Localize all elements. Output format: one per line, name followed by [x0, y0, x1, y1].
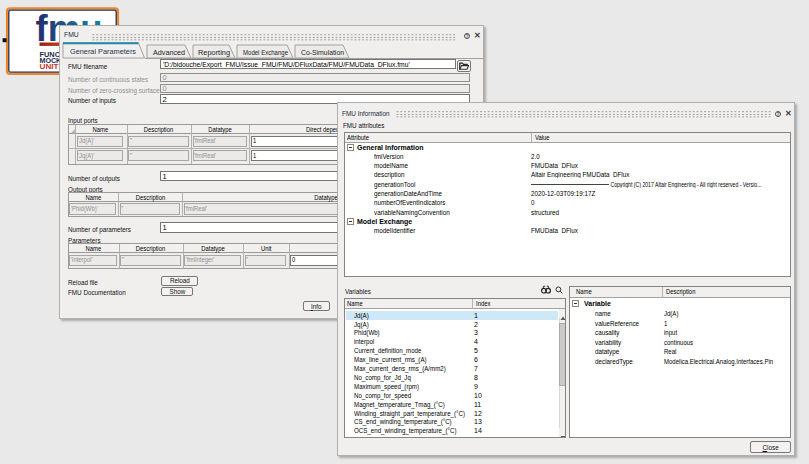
svg-text:UNIT: UNIT	[40, 63, 60, 70]
svg-text:Reporting: Reporting	[198, 48, 230, 57]
svg-text:Co-Simulation: Co-Simulation	[301, 48, 344, 57]
svg-text:Model Exchange: Model Exchange	[243, 48, 288, 57]
svg-text:General Parameters: General Parameters	[70, 47, 136, 56]
svg-text:Advanced: Advanced	[153, 48, 185, 57]
